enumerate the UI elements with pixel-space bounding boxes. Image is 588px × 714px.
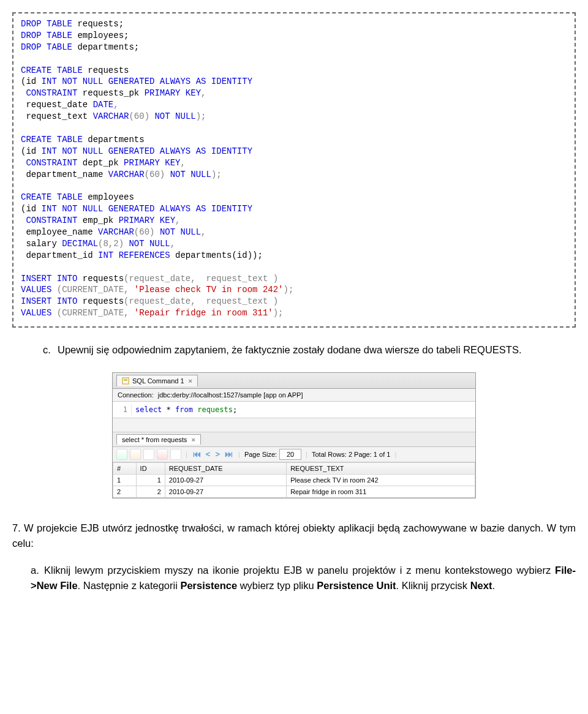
file-icon: [122, 377, 129, 385]
sql-editor[interactable]: 1 select * from requests;: [113, 402, 475, 418]
step-7a: a.Kliknij lewym przyciskiem myszy na iko…: [31, 563, 576, 593]
ide-tab-label: SQL Command 1: [132, 377, 184, 385]
sql-line: select * from requests;: [132, 404, 475, 415]
connection-label: Connection:: [118, 391, 154, 399]
step-c: c.Upewnij się odpowiednim zapytaniem, że…: [43, 342, 576, 358]
step-c-marker: c.: [43, 342, 58, 358]
line-gutter: 1: [113, 404, 132, 415]
results-table: # ID REQUEST_DATE REQUEST_TEXT 1 1 2010-…: [113, 462, 475, 498]
connection-value: jdbc:derby://localhost:1527/sample [app …: [158, 391, 303, 399]
page-size-label: Page Size:: [244, 451, 277, 458]
prev-page-icon[interactable]: <: [205, 449, 212, 459]
insert-row-icon[interactable]: [116, 449, 127, 460]
table-header-row: # ID REQUEST_DATE REQUEST_TEXT: [113, 462, 475, 474]
delete-row-icon[interactable]: [130, 449, 141, 460]
table-row[interactable]: 1 1 2010-09-27 Please check TV in room 2…: [113, 474, 475, 486]
total-rows-label: Total Rows: 2 Page: 1 of 1: [312, 451, 390, 458]
table-row[interactable]: 2 2 2010-09-27 Repair fridge in room 311: [113, 486, 475, 497]
sql-code-block: DROP TABLE requests; DROP TABLE employee…: [12, 12, 576, 328]
col-id[interactable]: ID: [136, 462, 165, 474]
ide-tab-sql-command[interactable]: SQL Command 1 ×: [116, 375, 198, 386]
commit-icon[interactable]: [143, 449, 154, 460]
results-tab[interactable]: select * from requests ×: [116, 434, 201, 445]
results-tab-bar: select * from requests ×: [113, 432, 475, 447]
results-toolbar: | ⏮ < > ⏭ | Page Size: | Total Rows: 2 P…: [113, 447, 475, 462]
col-num[interactable]: #: [113, 462, 137, 474]
step-c-text: Upewnij się odpowiednim zapytaniem, że f…: [58, 344, 522, 355]
cancel-icon[interactable]: [157, 449, 168, 460]
col-request-text[interactable]: REQUEST_TEXT: [287, 462, 475, 474]
page-size-input[interactable]: [279, 449, 301, 460]
step-7: 7. W projekcie EJB utwórz jednostkę trwa…: [12, 520, 576, 551]
first-page-icon[interactable]: ⏮: [192, 449, 202, 459]
step-a-marker: a.: [31, 563, 44, 578]
close-icon[interactable]: ×: [189, 377, 192, 385]
truncate-icon[interactable]: [170, 449, 181, 460]
svg-rect-1: [124, 379, 127, 380]
col-request-date[interactable]: REQUEST_DATE: [165, 462, 286, 474]
last-page-icon[interactable]: ⏭: [224, 449, 234, 459]
ide-tab-bar: SQL Command 1 ×: [113, 373, 475, 389]
close-icon[interactable]: ×: [191, 436, 195, 443]
connection-bar: Connection: jdbc:derby://localhost:1527/…: [113, 389, 475, 402]
next-page-icon[interactable]: >: [214, 449, 221, 459]
ide-window: SQL Command 1 × Connection: jdbc:derby:/…: [112, 372, 476, 498]
svg-rect-2: [124, 380, 127, 381]
editor-spacer: [113, 418, 475, 432]
